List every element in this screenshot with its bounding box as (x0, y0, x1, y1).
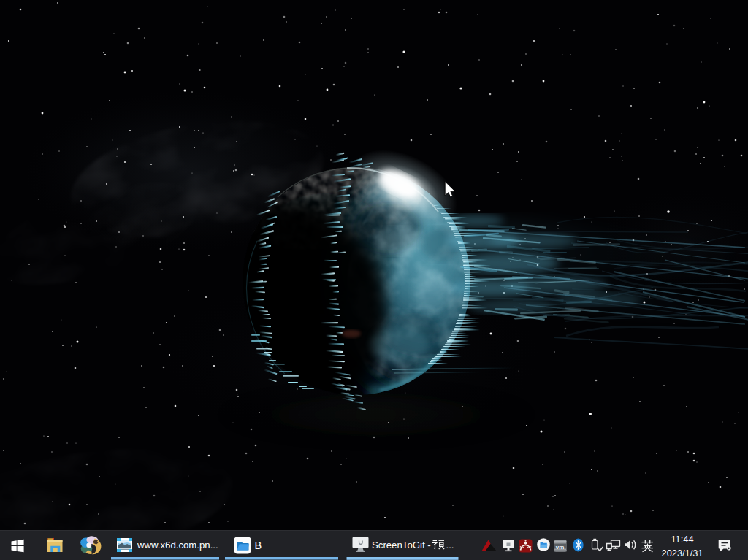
svg-text:2023/1/31: 2023/1/31 (662, 548, 703, 559)
svg-text:...: ... (446, 540, 454, 551)
svg-text:11:44: 11:44 (671, 534, 693, 545)
svg-text:www.x6d.com.pn...: www.x6d.com.pn... (137, 540, 218, 551)
svg-text:B: B (255, 540, 262, 551)
svg-text:ScreenToGif -: ScreenToGif - (372, 540, 431, 551)
svg-text:vm: vm (556, 544, 565, 551)
